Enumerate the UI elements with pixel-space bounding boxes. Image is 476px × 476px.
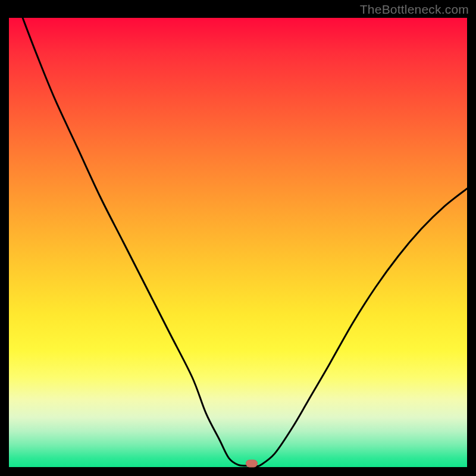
chart-frame: TheBottleneck.com (0, 0, 476, 476)
plot-area (9, 18, 467, 467)
optimal-point-marker (246, 459, 258, 467)
bottleneck-curve (9, 18, 467, 467)
watermark-text: TheBottleneck.com (360, 2, 469, 17)
